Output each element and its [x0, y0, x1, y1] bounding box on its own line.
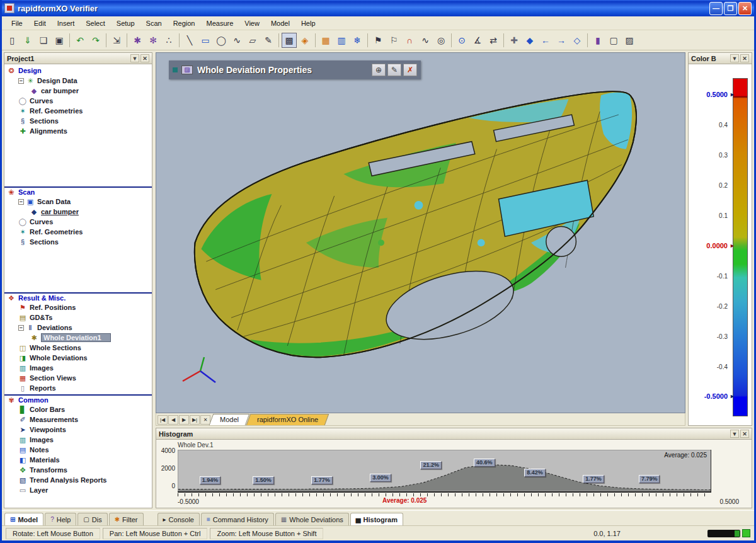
tab-model-panel[interactable]: ⊞ Model — [4, 513, 43, 525]
tree-item-whole-deviation1[interactable]: ✱ Whole Deviation1 — [4, 333, 152, 343]
spin-view-button[interactable]: ✻ — [146, 33, 161, 48]
point-cloud-button[interactable]: ∴ — [161, 33, 176, 48]
tree-item-reports[interactable]: ▯ Reports — [4, 383, 152, 393]
tree-item-materials[interactable]: ◧ Materials — [4, 455, 152, 465]
edit-icon[interactable]: ✎ — [387, 64, 401, 76]
menu-scan[interactable]: Scan — [140, 18, 168, 28]
align-start-button[interactable]: ◆ — [522, 33, 537, 48]
delete-icon[interactable]: ✗ — [403, 64, 417, 76]
menu-view[interactable]: View — [239, 18, 265, 28]
orbit-view-button[interactable]: ✱ — [130, 33, 145, 48]
first-tab-button[interactable]: |◀ — [158, 415, 168, 425]
colorbar-zero-arrow[interactable]: ► — [730, 243, 735, 249]
move-right-button[interactable]: → — [554, 33, 569, 48]
magnet-snap-button[interactable]: ∩ — [402, 33, 417, 48]
redo-button[interactable]: ↷ — [88, 33, 103, 48]
close-panel-icon[interactable]: ✕ — [740, 54, 749, 62]
tree-item-scan-data[interactable]: − ▣ Scan Data — [4, 197, 152, 207]
viewport-3d[interactable]: ▨ Whole Deviation Properties ⊕ ✎ ✗ — [156, 52, 685, 413]
tree-item-design-ref-geometries[interactable]: ✶ Ref. Geometries — [4, 106, 152, 116]
expander-icon[interactable]: − — [18, 78, 24, 84]
polygon-tool-button[interactable]: ▱ — [245, 33, 260, 48]
title-bar[interactable]: rapidformXO Verifier — ❐ ✕ — [2, 0, 754, 16]
tree-item-design-data[interactable]: − ✳ Design Data — [4, 76, 152, 86]
tree-item-design-sections[interactable]: § Sections — [4, 116, 152, 126]
tree-item-result-images[interactable]: ▥ Images — [4, 363, 152, 373]
expander-icon[interactable]: − — [18, 325, 24, 331]
material-mode-button[interactable]: ◈ — [297, 33, 312, 48]
tree-item-color-bars[interactable]: ▊ Color Bars — [4, 404, 152, 414]
tree-item-gdts[interactable]: ▤ GD&Ts — [4, 312, 152, 323]
zoom-tool-button[interactable]: ⊙ — [454, 33, 469, 48]
new-file-button[interactable]: ▯ — [4, 33, 20, 48]
tree-item-scan-car-bumper[interactable]: ◆ car bumper — [4, 207, 152, 217]
circle-tool-button[interactable]: ◯ — [214, 33, 229, 48]
tab-whole-deviations[interactable]: ▦ Whole Deviations — [275, 513, 349, 525]
whole-deviation-properties-bar[interactable]: ▨ Whole Deviation Properties ⊕ ✎ ✗ — [169, 60, 421, 79]
line-tool-button[interactable]: ╲ — [182, 33, 197, 48]
tree-item-common-images[interactable]: ▥ Images — [4, 435, 152, 445]
tab-rapidformxo-online[interactable]: rapidformXO Online — [248, 414, 327, 425]
histogram-plot[interactable]: Average: 0.025 1.94% 1.50% 1.77% 3.00% 2… — [178, 450, 711, 491]
measure-angle-button[interactable]: ∡ — [470, 33, 485, 48]
tree-item-ref-positions[interactable]: ⚑ Ref. Positions — [4, 302, 152, 312]
tab-filter-panel[interactable]: ✱ Filter — [109, 513, 144, 525]
tab-command-history[interactable]: ≡ Command History — [201, 513, 274, 525]
spline-tool-button[interactable]: ∿ — [229, 33, 244, 48]
crosshair-tool-button[interactable]: ✚ — [507, 33, 522, 48]
tree-item-layer[interactable]: ▭ Layer — [4, 485, 152, 495]
tree-section-common[interactable]: ✾ Common — [4, 394, 152, 404]
prev-tab-button[interactable]: ◀ — [168, 415, 178, 425]
tree-item-viewpoints[interactable]: ➤ Viewpoints — [4, 425, 152, 435]
zoom-icon[interactable]: ⊕ — [372, 64, 386, 76]
close-panel-icon[interactable]: ✕ — [740, 430, 749, 438]
display-tool-button[interactable]: ▢ — [606, 33, 621, 48]
tree-item-transforms[interactable]: ✥ Transforms — [4, 465, 152, 475]
tree-item-notes[interactable]: ▤ Notes — [4, 445, 152, 455]
menu-insert[interactable]: Insert — [52, 18, 81, 28]
next-tab-button[interactable]: ▶ — [179, 415, 189, 425]
pen-tool-button[interactable]: ✎ — [261, 33, 276, 48]
close-button[interactable]: ✕ — [738, 2, 752, 15]
bumper-model[interactable] — [156, 53, 685, 413]
table-view-button[interactable]: ▥ — [334, 33, 349, 48]
menu-file[interactable]: File — [6, 18, 28, 28]
flag-alt-button[interactable]: ⚐ — [386, 33, 401, 48]
expander-icon[interactable]: − — [18, 199, 24, 205]
capture-image-button[interactable]: ⇲ — [109, 33, 124, 48]
undo-button[interactable]: ↶ — [72, 33, 88, 48]
tree-item-design-alignments[interactable]: ✚ Alignments — [4, 126, 152, 136]
flag-tool-button[interactable]: ⚑ — [370, 33, 386, 48]
image-mode-button[interactable]: ▩ — [282, 33, 297, 48]
tree-item-whole-sections[interactable]: ◫ Whole Sections — [4, 343, 152, 353]
tree-item-scan-ref-geometries[interactable]: ✶ Ref. Geometries — [4, 227, 152, 237]
report-tool-button[interactable]: ▮ — [590, 33, 605, 48]
tree-item-scan-curves[interactable]: ◯ Curves — [4, 217, 152, 227]
pin-icon[interactable]: ▼ — [730, 430, 739, 438]
menu-setup[interactable]: Setup — [111, 18, 140, 28]
tab-model[interactable]: Model — [211, 414, 248, 425]
menu-edit[interactable]: Edit — [28, 18, 52, 28]
tree-item-trend-analysis-reports[interactable]: ▧ Trend Analysis Reports — [4, 475, 152, 485]
menu-region[interactable]: Region — [168, 18, 201, 28]
tree-section-design[interactable]: ❂ Design — [4, 66, 152, 76]
rectangle-tool-button[interactable]: ▭ — [198, 33, 213, 48]
tree-item-scan-sections[interactable]: § Sections — [4, 237, 152, 247]
grid-snap-button[interactable]: ▦ — [318, 33, 333, 48]
tree-item-section-views[interactable]: ▦ Section Views — [4, 373, 152, 383]
transform-tool-button[interactable]: ⇄ — [486, 33, 501, 48]
last-tab-button[interactable]: ▶| — [190, 415, 200, 425]
tree-item-measurements[interactable]: ✐ Measurements — [4, 414, 152, 425]
menu-select[interactable]: Select — [80, 18, 111, 28]
pin-icon[interactable]: ▼ — [730, 54, 739, 62]
curve-fit-button[interactable]: ∿ — [418, 33, 433, 48]
tree-item-design-car-bumper[interactable]: ◆ car bumper — [4, 86, 152, 96]
save-all-button[interactable]: ▣ — [52, 33, 67, 48]
tree-section-scan[interactable]: ❀ Scan — [4, 186, 152, 197]
minimize-button[interactable]: — — [709, 2, 723, 15]
menu-model[interactable]: Model — [265, 18, 295, 28]
maximize-button[interactable]: ❐ — [724, 2, 737, 15]
tab-histogram[interactable]: ▅ Histogram — [350, 513, 403, 525]
align-end-button[interactable]: ◇ — [570, 33, 585, 48]
pin-icon[interactable]: ▼ — [130, 54, 139, 62]
